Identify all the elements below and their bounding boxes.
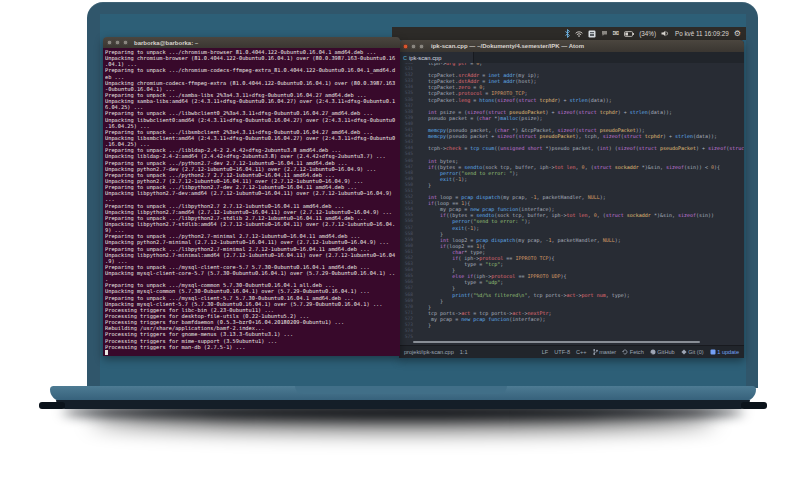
fetch-icon: [622, 349, 628, 355]
laptop-shadow: [90, 410, 716, 432]
status-item-git-branch[interactable]: master: [593, 349, 617, 355]
ubuntu-top-panel: ✉ (34%) Po kvě 11 16:09:29 ⚙: [392, 27, 746, 40]
minimize-button[interactable]: [115, 40, 120, 45]
status-item-label: Fetch: [630, 349, 644, 355]
status-item-label: Git (0): [688, 349, 704, 355]
horizontal-scrollbar[interactable]: [413, 341, 700, 343]
github-icon: [650, 349, 656, 355]
laptop-foot: [741, 402, 767, 409]
maximize-button[interactable]: [123, 40, 128, 45]
terminal-row: Unpacking libpython2.7-dev:amd64 (2.7.12…: [105, 190, 398, 196]
atom-window: ipk-scan.cpp — ~/Dokumenty/4.semester/IP…: [399, 40, 744, 358]
tab-bar: C ipk-scan.cpp: [399, 52, 744, 63]
atom-titlebar[interactable]: ipk-scan.cpp — ~/Dokumenty/4.semester/IP…: [399, 40, 744, 52]
terminal-row: Unpacking libpython2.7-stdlib:amd64 (2.7…: [105, 221, 398, 227]
status-cursor-position[interactable]: 1:1: [460, 349, 468, 355]
bluetooth-icon[interactable]: [565, 29, 570, 38]
code-text: [416, 334, 744, 340]
terminal-row: Unpacking libwbclient0:amd64 (2:4.3.11+d…: [105, 117, 398, 123]
terminal-row: Unpacking libldap-2.4-2:amd64 (2.4.42+df…: [105, 153, 398, 159]
status-item-label: master: [599, 349, 616, 355]
status-item-updates[interactable]: 1 update: [710, 349, 739, 355]
code-editor[interactable]: 530 tcph->urg_ptr = 0;531532 tcpPacket.s…: [399, 63, 744, 345]
maximize-button[interactable]: [419, 44, 424, 49]
terminal-titlebar[interactable]: barborka@barborka: ~: [103, 37, 400, 48]
terminal-row: Unpacking chromium-browser (81.0.4044.12…: [105, 55, 398, 61]
messaging-icon[interactable]: [601, 30, 608, 37]
terminal-window: barborka@barborka: ~ Preparing to unpack…: [103, 37, 400, 356]
terminal-row: Unpacking mysql-client-5.7 (5.7.30-0ubun…: [105, 301, 398, 307]
terminal-row: Preparing to unpack .../libwbclient0_2%3…: [105, 110, 398, 116]
terminal-row: Unpacking python2.7-dev (2.7.12-1ubuntu0…: [105, 166, 398, 172]
status-item-grammar[interactable]: C++: [576, 349, 587, 355]
status-item-label: 1 update: [717, 349, 739, 355]
terminal-row: Preparing to unpack .../libpython2.7-min…: [105, 246, 398, 252]
status-item-encoding[interactable]: UTF-8: [554, 349, 570, 355]
code-row: 575: [399, 334, 744, 340]
status-item-line-ending[interactable]: LF: [542, 349, 549, 355]
status-bar: projekt/ipk-scan.cpp 1:1 LFUTF-8C++maste…: [399, 345, 744, 358]
mail-icon[interactable]: ✉: [613, 30, 620, 38]
update-icon: [710, 349, 716, 355]
status-item-fetch[interactable]: Fetch: [622, 349, 644, 355]
tab-label: ipk-scan.cpp: [409, 55, 442, 61]
status-item-label: LF: [542, 349, 549, 355]
status-item-label: C++: [576, 349, 587, 355]
status-item-label: UTF-8: [554, 349, 570, 355]
keyboard-indicator-icon[interactable]: [588, 30, 596, 38]
atom-title: ipk-scan.cpp — ~/Dokumenty/4.semester/IP…: [431, 43, 584, 49]
close-button[interactable]: [107, 40, 112, 45]
terminal-row: Unpacking samba-libs:amd64 (2:4.3.11+dfs…: [105, 98, 398, 104]
terminal-row: Unpacking mysql-client-core-5.7 (5.7.30-…: [105, 270, 398, 276]
terminal-row: Unpacking python2.7-minimal (2.7.12-1ubu…: [105, 239, 398, 245]
status-item-label: GitHub: [657, 349, 674, 355]
minimize-button[interactable]: [411, 44, 416, 49]
laptop-hinge-notch: [295, 386, 507, 394]
clock[interactable]: Po kvě 11 16:09:29: [675, 30, 729, 37]
git-icon: [681, 349, 687, 355]
battery-percentage[interactable]: (34%): [639, 30, 656, 37]
terminal-row: Unpacking chromium-codecs-ffmpeg-extra (…: [105, 80, 398, 86]
wifi-icon[interactable]: [575, 31, 583, 37]
terminal-output[interactable]: Preparing to unpack .../chromium-browser…: [103, 48, 400, 356]
terminal-row: [105, 350, 398, 356]
line-number: 575: [399, 334, 416, 340]
terminal-row: Unpacking libpython2.7:amd64 (2.7.12-1ub…: [105, 209, 398, 215]
terminal-row: Preparing to unpack .../chromium-codecs-…: [105, 67, 398, 73]
terminal-row: Unpacking mysql-common (5.7.30-0ubuntu0.…: [105, 288, 398, 294]
laptop-foot: [39, 402, 65, 409]
battery-icon[interactable]: [624, 31, 634, 37]
terminal-title: barborka@barborka: ~: [134, 40, 198, 46]
close-button[interactable]: [403, 44, 408, 49]
laptop-base-edge: [56, 400, 750, 409]
status-file-path[interactable]: projekt/ipk-scan.cpp: [404, 349, 454, 355]
session-gear-icon[interactable]: ⚙: [734, 30, 741, 38]
tab-ipk-scan-cpp[interactable]: C ipk-scan.cpp: [399, 52, 474, 63]
c-source-icon: C: [403, 55, 407, 61]
status-item-git-changes[interactable]: Git (0): [681, 349, 704, 355]
terminal-cursor: [105, 350, 108, 355]
volume-icon[interactable]: [661, 30, 670, 37]
terminal-row: Unpacking libpython2.7-minimal:amd64 (2.…: [105, 252, 398, 258]
status-item-github[interactable]: GitHub: [650, 349, 675, 355]
branch-icon: [593, 349, 598, 355]
